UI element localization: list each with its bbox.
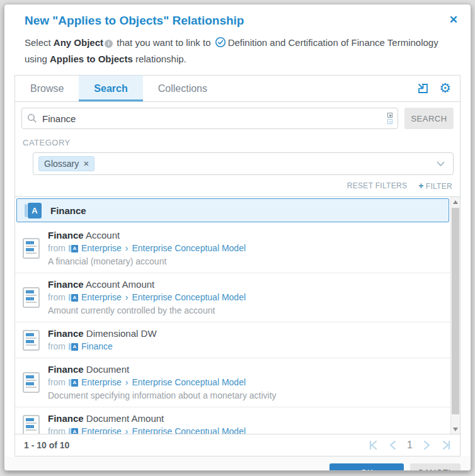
dialog-footer: OK CANCEL [4,456,471,471]
intro-target-name: Definition and Certification of Finance … [228,37,438,48]
result-title: Finance [50,205,86,216]
scroll-down-icon[interactable] [451,424,460,434]
dialog-header: New "Applies to Objects" Relationship ✕ [4,4,471,28]
intro-any-object: Any Object [54,37,103,48]
term-document-icon [23,372,40,393]
info-icon[interactable]: i [105,40,113,48]
filters-row: RESET FILTERS +FILTER [15,175,460,196]
result-text: Finance AccountfromAEnterprise›Enterpris… [48,229,246,268]
result-description: Amount currently controlled by the accou… [48,304,246,317]
chevron-down-icon[interactable] [436,161,445,167]
tab-collections[interactable]: Collections [143,76,222,101]
category-chip-label: Glossary [44,159,79,169]
result-row[interactable]: Finance Dimensional DWfromAFinance [15,322,450,358]
result-text: Finance Dimensional DWfromAFinance [48,327,157,353]
search-scope-icon[interactable] [387,113,392,124]
search-input[interactable] [42,113,387,124]
reset-filters-link[interactable]: RESET FILTERS [347,181,407,190]
breadcrumb-link[interactable]: Enterprise Conceptual Model [132,242,246,255]
dialog-title: New "Applies to Objects" Relationship [25,14,244,28]
result-row-selected[interactable]: AFinance [16,198,449,222]
object-picker-panel: Browse Search Collections ⚙ SEARCH CATEG… [14,75,461,456]
search-button[interactable]: SEARCH [404,108,454,129]
result-breadcrumb: fromAFinance [48,340,157,353]
search-row: SEARCH [15,102,460,135]
search-results: AFinanceFinance AccountfromAEnterprise›E… [15,196,460,434]
glossary-mini-icon: A [69,294,78,302]
breadcrumb-link[interactable]: Enterprise Conceptual Model [132,376,246,389]
glossary-mini-icon: A [69,379,78,387]
settings-gear-icon[interactable]: ⚙ [439,82,451,95]
results-list: AFinanceFinance AccountfromAEnterprise›E… [15,198,450,434]
term-document-icon [23,415,40,434]
intro-relationship-type: Applies to Objects [50,54,133,64]
breadcrumb-link[interactable]: Enterprise [81,242,122,255]
import-arrow-icon[interactable] [416,82,430,95]
certified-check-icon [215,37,226,48]
term-document-icon [23,238,40,259]
add-filter-label: FILTER [426,182,452,191]
result-row[interactable]: Finance Account AmountfromAEnterprise›En… [15,273,450,322]
result-row[interactable]: Finance Document AmountfromAEnterprise›E… [15,407,450,434]
result-title: Finance Dimensional DW [48,327,157,340]
result-breadcrumb: fromAEnterprise›Enterprise Conceptual Mo… [48,376,277,389]
term-document-icon [23,330,40,351]
search-icon [27,113,37,123]
glossary-icon: A [25,203,42,218]
breadcrumb-link[interactable]: Finance [81,340,113,353]
prev-page-icon[interactable] [389,440,396,450]
breadcrumb-link[interactable]: Enterprise Conceptual Model [132,425,246,434]
tab-bar: Browse Search Collections ⚙ [15,76,460,102]
add-filter-link[interactable]: +FILTER [418,181,452,191]
result-title: Finance Account [48,229,246,242]
close-icon[interactable]: ✕ [449,14,458,26]
breadcrumb-link[interactable]: Enterprise Conceptual Model [132,291,246,304]
from-label: from [48,425,66,434]
breadcrumb-separator: › [125,291,129,304]
result-breadcrumb: fromAEnterprise›Enterprise Conceptual Mo… [48,291,246,304]
from-label: from [48,340,66,353]
dialog-description: Select Any Objecti that you want to link… [4,28,471,67]
first-page-icon[interactable] [369,440,378,450]
new-relationship-dialog: New "Applies to Objects" Relationship ✕ … [4,4,471,471]
result-row[interactable]: Finance DocumentfromAEnterprise›Enterpri… [15,358,450,407]
breadcrumb-separator: › [125,242,129,255]
breadcrumb-separator: › [125,376,129,389]
breadcrumb-link[interactable]: Enterprise [81,291,122,304]
category-label: CATEGORY [23,138,454,147]
pager: 1 [369,439,451,451]
intro-link-text: that you want to link to [114,37,214,48]
result-text: Finance Document AmountfromAEnterprise›E… [48,412,246,434]
scroll-up-icon[interactable] [451,197,460,207]
search-box [21,108,398,129]
glossary-mini-icon: A [69,245,78,252]
result-title: Finance Account Amount [48,278,246,291]
result-description: Document specifying information about a … [48,389,277,402]
chip-remove-icon[interactable]: ✕ [83,160,89,168]
breadcrumb-link[interactable]: Enterprise [81,376,122,389]
category-section: CATEGORY Glossary ✕ [15,135,460,175]
glossary-mini-icon: A [69,428,78,434]
result-title: Finance Document Amount [48,412,246,425]
breadcrumb-link[interactable]: Enterprise [81,425,122,434]
result-row[interactable]: Finance AccountfromAEnterprise›Enterpris… [15,224,450,273]
intro-select-text: Select [25,37,54,48]
current-page[interactable]: 1 [407,439,413,451]
tab-search[interactable]: Search [79,76,142,101]
next-page-icon[interactable] [423,440,431,450]
ok-button[interactable]: OK [329,463,404,471]
result-text: Finance DocumentfromAEnterprise›Enterpri… [48,363,277,402]
pagination-bar: 1 - 10 of 10 1 [15,434,460,456]
scrollbar-thumb[interactable] [452,208,459,414]
intro-suffix-text: relationship. [133,54,186,64]
tab-browse[interactable]: Browse [15,76,79,101]
glossary-mini-icon: A [69,343,78,351]
term-document-icon [23,287,40,308]
from-label: from [48,291,66,304]
category-select[interactable]: Glossary ✕ [33,152,454,175]
last-page-icon[interactable] [442,440,451,450]
results-scrollbar[interactable] [450,197,460,434]
result-text: Finance Account AmountfromAEnterprise›En… [48,278,246,317]
cancel-button[interactable]: CANCEL [410,463,461,471]
breadcrumb-separator: › [125,425,129,434]
